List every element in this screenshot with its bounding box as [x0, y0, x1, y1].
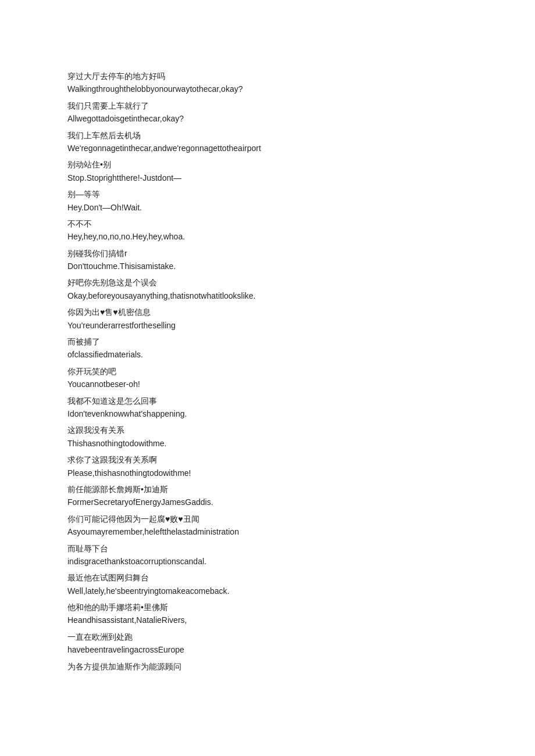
- chinese-text: 求你了这跟我没有关系啊: [67, 453, 468, 466]
- subtitle-list: 穿过大厅去停车的地方好吗Walkingthroughthelobbyonourw…: [67, 70, 468, 673]
- english-text: Stop.Stoprightthere!-Justdont—: [67, 171, 468, 184]
- chinese-text: 而被捕了: [67, 335, 468, 348]
- subtitle-item: 为各方提供加迪斯作为能源顾问: [67, 660, 468, 673]
- subtitle-item: 穿过大厅去停车的地方好吗Walkingthroughthelobbyonourw…: [67, 70, 468, 96]
- chinese-text: 你因为出♥售♥机密信息: [67, 306, 468, 318]
- english-text: We'regonnagetinthecar,andwe'regonnagetto…: [67, 142, 468, 155]
- chinese-text: 别动站住•别: [67, 158, 468, 171]
- chinese-text: 不不不: [67, 217, 468, 230]
- english-text: Heandhisassistant,NatalieRivers,: [67, 614, 468, 626]
- chinese-text: 好吧你先别急这是个误会: [67, 276, 468, 289]
- english-text: Okay,beforeyousayanything,thatisnotwhati…: [67, 289, 468, 302]
- chinese-text: 他和他的助手娜塔莉•里佛斯: [67, 601, 468, 614]
- subtitle-item: 我们只需要上车就行了Allwegottadoisgetinthecar,okay…: [67, 99, 468, 126]
- english-text: indisgracethankstoacorruptionscandal.: [67, 555, 468, 568]
- subtitle-item: 别动站住•别Stop.Stoprightthere!-Justdont—: [67, 158, 468, 184]
- chinese-text: 穿过大厅去停车的地方好吗: [67, 70, 468, 83]
- english-text: Idon'tevenknowwhat'shappening.: [67, 407, 468, 420]
- chinese-text: 别碰我你们搞错r: [67, 247, 468, 260]
- subtitle-item: 你开玩笑的吧Youcannotbeser-oh!: [67, 365, 468, 391]
- subtitle-item: 我们上车然后去机场We'regonnagetinthecar,andwe'reg…: [67, 129, 468, 155]
- chinese-text: 我都不知道这是怎么回事: [67, 395, 468, 407]
- chinese-text: 我们只需要上车就行了: [67, 99, 468, 112]
- subtitle-item: 别—等等Hey.Don't—Oh!Wait.: [67, 188, 468, 214]
- english-text: Please,thishasnothingtodowithme!: [67, 467, 468, 479]
- subtitle-item: 我都不知道这是怎么回事Idon'tevenknowwhat'shappening…: [67, 395, 468, 421]
- chinese-text: 一直在欧洲到处跑: [67, 630, 468, 643]
- english-text: Allwegottadoisgetinthecar,okay?: [67, 112, 468, 125]
- subtitle-item: 前任能源部长詹姆斯•加迪斯FormerSecretaryofEnergyJame…: [67, 483, 468, 509]
- chinese-text: 我们上车然后去机场: [67, 129, 468, 142]
- subtitle-item: 好吧你先别急这是个误会Okay,beforeyousayanything,tha…: [67, 276, 468, 302]
- english-text: Well,lately,he'sbeentryingtomakeacomebac…: [67, 585, 468, 597]
- chinese-text: 你们可能记得他因为一起腐♥败♥丑闻: [67, 513, 468, 525]
- chinese-text: 前任能源部长詹姆斯•加迪斯: [67, 483, 468, 496]
- subtitle-item: 不不不Hey,hey,no,no,no.Hey,hey,whoa.: [67, 217, 468, 243]
- english-text: You'reunderarrestfortheselling: [67, 319, 468, 332]
- subtitle-item: 求你了这跟我没有关系啊Please,thishasnothingtodowith…: [67, 453, 468, 479]
- subtitle-item: 他和他的助手娜塔莉•里佛斯Heandhisassistant,NatalieRi…: [67, 601, 468, 627]
- english-text: havebeentravelingacrossEurope: [67, 643, 468, 656]
- english-text: Hey.Don't—Oh!Wait.: [67, 201, 468, 214]
- subtitle-item: 一直在欧洲到处跑havebeentravelingacrossEurope: [67, 630, 468, 657]
- english-text: Walkingthroughthelobbyonourwaytothecar,o…: [67, 83, 468, 95]
- english-text: Don'ttouchme.Thisisamistake.: [67, 260, 468, 273]
- subtitle-item: 而耻辱下台indisgracethankstoacorruptionscanda…: [67, 542, 468, 568]
- subtitle-item: 最近他在试图网归舞台Well,lately,he'sbeentryingtoma…: [67, 571, 468, 597]
- subtitle-item: 你因为出♥售♥机密信息You'reunderarrestforthesellin…: [67, 306, 468, 332]
- subtitle-item: 这跟我没有关系Thishasnothingtodowithme.: [67, 424, 468, 450]
- subtitle-item: 你们可能记得他因为一起腐♥败♥丑闻Asyoumayremember,heleft…: [67, 513, 468, 539]
- chinese-text: 最近他在试图网归舞台: [67, 571, 468, 584]
- english-text: ofclassifiedmaterials.: [67, 348, 468, 361]
- subtitle-item: 别碰我你们搞错rDon'ttouchme.Thisisamistake.: [67, 247, 468, 273]
- chinese-text: 这跟我没有关系: [67, 424, 468, 436]
- chinese-text: 别—等等: [67, 188, 468, 200]
- english-text: Hey,hey,no,no,no.Hey,hey,whoa.: [67, 230, 468, 243]
- chinese-text: 你开玩笑的吧: [67, 365, 468, 378]
- subtitle-item: 而被捕了ofclassifiedmaterials.: [67, 335, 468, 361]
- english-text: FormerSecretaryofEnergyJamesGaddis.: [67, 496, 468, 508]
- english-text: Youcannotbeser-oh!: [67, 378, 468, 390]
- chinese-text: 而耻辱下台: [67, 542, 468, 555]
- chinese-text: 为各方提供加迪斯作为能源顾问: [67, 660, 468, 673]
- english-text: Asyoumayremember,heleftthelastadministra…: [67, 525, 468, 538]
- english-text: Thishasnothingtodowithme.: [67, 437, 468, 450]
